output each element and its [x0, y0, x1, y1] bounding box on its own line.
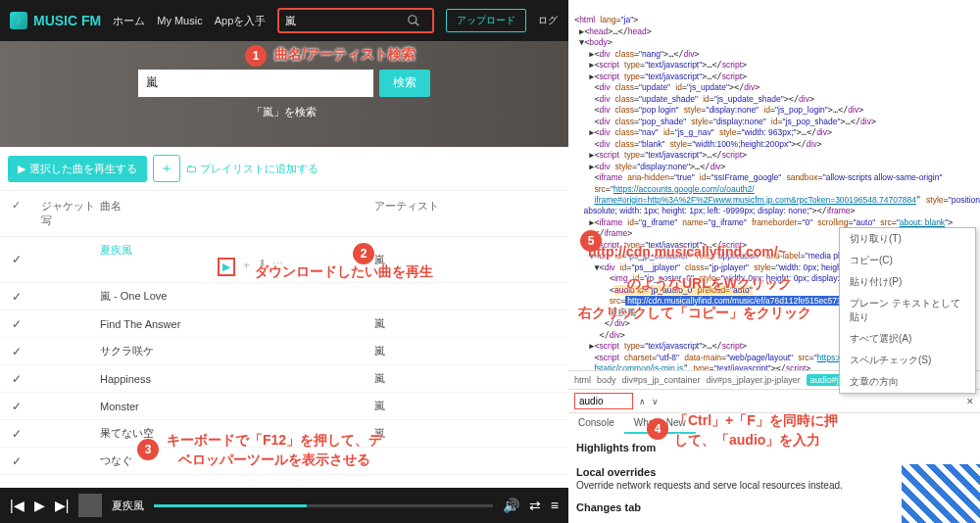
login-link[interactable]: ログ	[538, 14, 558, 27]
badge-1: 1	[245, 45, 267, 67]
song-name[interactable]: Happiness	[100, 373, 151, 385]
find-next-icon[interactable]: ∨	[652, 397, 659, 406]
artist-name: 嵐	[374, 344, 492, 358]
check-icon[interactable]: ✓	[12, 372, 41, 386]
now-playing: 夏疾風	[112, 499, 144, 513]
song-row[interactable]: ✓サクラ咲ケ嵐	[0, 338, 568, 365]
song-name[interactable]: サクラ咲ケ	[100, 345, 154, 357]
annotation-1: 曲名/アーティスト検索	[274, 45, 416, 65]
annotation-4: 「Ctrl」+「F」を同時に押して、「audio」を入力	[674, 411, 838, 450]
check-icon[interactable]: ✓	[12, 427, 41, 441]
annotation-5a: http://cdn.musicallyfind.com/~	[588, 243, 786, 262]
decoration	[902, 464, 980, 523]
artist-name: 嵐	[374, 371, 492, 386]
col-art: ジャケット写	[41, 199, 100, 228]
song-row[interactable]: ✓Happiness嵐	[0, 365, 568, 393]
context-menu-item[interactable]: すべて選択(A)	[840, 328, 975, 350]
artist-name: 嵐	[374, 426, 492, 441]
context-menu-item[interactable]: 切り取り(T)	[840, 228, 975, 250]
topbar: ♪ MUSIC FM ホーム My Music Appを入手 アップロード ログ	[0, 0, 568, 41]
song-name[interactable]: 嵐 - One Love	[100, 290, 167, 302]
annotation-3: キーボードで「F12」を押して、デベロッパーツールを表示させる	[167, 431, 382, 469]
annotation-5c: 右クリックして「コピー」をクリック	[578, 304, 811, 323]
svg-point-0	[409, 16, 416, 24]
prev-icon[interactable]: |◀	[10, 498, 24, 513]
check-icon[interactable]: ✓	[12, 290, 41, 304]
annotation-5b: のようなURLをWクリック	[627, 274, 792, 294]
search-icon[interactable]	[407, 14, 420, 27]
player-bar: |◀ ▶ ▶| 夏疾風 🔊 ⇄ ≡	[0, 488, 568, 523]
song-row[interactable]: ✓Monster嵐	[0, 393, 568, 420]
check-icon[interactable]: ✓	[12, 253, 41, 266]
folder-icon: 🗀	[186, 163, 197, 174]
context-menu[interactable]: 切り取り(T)コピー(C)貼り付け(P)プレーン テキストとして貼りすべて選択(…	[839, 227, 976, 394]
check-icon[interactable]: ✓	[12, 317, 41, 331]
col-song: 曲名	[100, 199, 374, 228]
tab-console[interactable]: Console	[568, 413, 624, 434]
logo-text: MUSIC FM	[33, 13, 101, 28]
find-input[interactable]	[574, 393, 633, 409]
song-row[interactable]: ✓Find The Answer嵐	[0, 310, 568, 338]
crumb-item[interactable]: html	[574, 375, 591, 385]
song-name[interactable]: 果てない空	[100, 427, 154, 439]
next-icon[interactable]: ▶|	[55, 498, 70, 513]
volume-icon[interactable]: 🔊	[503, 498, 519, 513]
song-name[interactable]: 夏疾風	[100, 244, 132, 256]
crumb-item[interactable]: div#ps_jplayer.jp-jplayer	[707, 375, 801, 385]
upload-button[interactable]: アップロード	[446, 9, 526, 32]
mini-thumb	[78, 494, 102, 517]
music-note-icon: ♪	[10, 12, 27, 29]
badge-4: 4	[647, 418, 668, 440]
logo[interactable]: ♪ MUSIC FM	[10, 12, 101, 29]
song-name[interactable]: Find The Answer	[100, 318, 180, 330]
list-icon[interactable]: ≡	[551, 498, 559, 513]
table-header: ✓ ジャケット写 曲名 アーティスト	[0, 190, 568, 237]
share-icon[interactable]: ⇄	[529, 498, 541, 513]
toolbar: ▶ 選択した曲を再生する ＋ 🗀 プレイリストに追加する	[0, 147, 568, 190]
crumb-item[interactable]: body	[597, 375, 616, 385]
top-search-input[interactable]	[285, 15, 403, 26]
context-menu-item[interactable]: コピー(C)	[840, 250, 975, 271]
context-menu-item[interactable]: 貼り付け(P)	[840, 271, 975, 293]
find-close-icon[interactable]: ✕	[966, 397, 974, 406]
find-prev-icon[interactable]: ∧	[639, 397, 646, 406]
add-icon[interactable]: ＋	[241, 258, 252, 276]
add-to-playlist-button[interactable]: 🗀 プレイリストに追加する	[186, 162, 318, 176]
col-artist: アーティスト	[374, 199, 492, 228]
annotation-2: ダウンロードしたい曲を再生	[255, 262, 433, 282]
play-icon[interactable]: ▶	[218, 258, 235, 276]
play-selected-button[interactable]: ▶ 選択した曲を再生する	[8, 156, 147, 182]
badge-3: 3	[137, 439, 159, 460]
check-icon[interactable]: ✓	[12, 345, 41, 358]
song-name[interactable]: つなぐ	[100, 454, 132, 466]
hero-subtitle: 「嵐」を検索	[252, 105, 317, 119]
context-menu-item[interactable]: プレーン テキストとして貼り	[840, 293, 975, 328]
badge-5: 5	[580, 230, 602, 252]
col-check: ✓	[12, 199, 41, 228]
hero-search-button[interactable]: 検索	[379, 70, 430, 97]
nav-home[interactable]: ホーム	[113, 14, 145, 28]
context-menu-item[interactable]: 文章の方向	[840, 371, 975, 393]
badge-2: 2	[353, 243, 374, 264]
play-icon[interactable]: ▶	[34, 498, 45, 513]
artist-name: 嵐	[374, 399, 492, 413]
check-icon[interactable]: ✓	[12, 454, 41, 468]
check-icon[interactable]: ✓	[12, 400, 41, 413]
song-name[interactable]: Monster	[100, 401, 139, 412]
progress-bar[interactable]	[154, 504, 493, 507]
svg-line-1	[416, 23, 419, 26]
devtools-panel: <html lang="ja"> ▶<head>…</head> ▼<body>…	[568, 0, 980, 523]
top-search-box[interactable]	[277, 8, 434, 33]
hero-search-input[interactable]	[138, 70, 373, 97]
artist-name: 嵐	[374, 316, 492, 331]
add-button[interactable]: ＋	[153, 155, 180, 182]
nav-getapp[interactable]: Appを入手	[215, 14, 267, 28]
song-row[interactable]: ✓嵐 - One Love	[0, 283, 568, 310]
crumb-item[interactable]: div#ps_jp_container	[622, 375, 701, 385]
context-menu-item[interactable]: スペルチェック(S)	[840, 350, 975, 371]
nav-mymusic[interactable]: My Music	[157, 15, 202, 26]
play-icon: ▶	[18, 163, 25, 175]
